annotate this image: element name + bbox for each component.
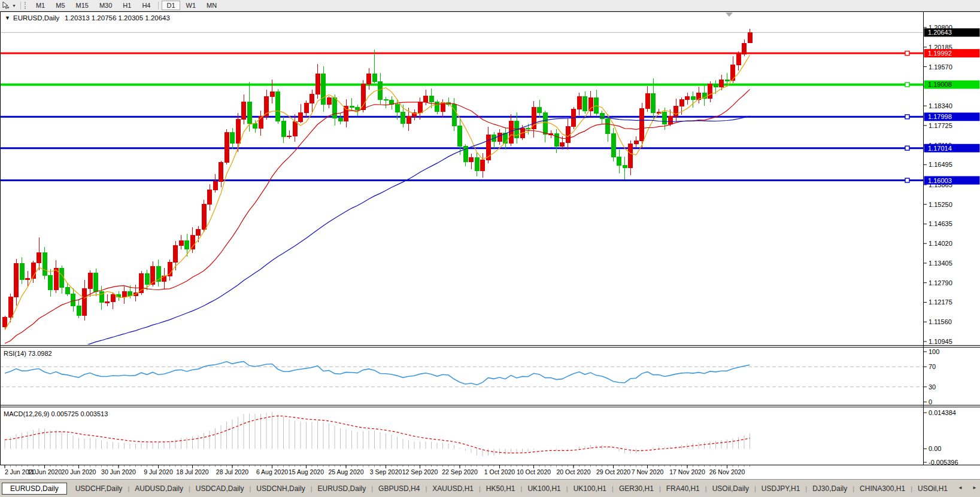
rsi-axis-label: 70 [929, 363, 936, 370]
price-tick-label: 1.14020 [929, 240, 952, 247]
candle-body [458, 126, 462, 147]
candle-body [384, 99, 388, 100]
candle-body [685, 97, 690, 100]
price-tick-label: 1.18340 [929, 102, 952, 109]
timeframes-toolbar: ▼ M1M5M15M30H1H4D1W1MN [0, 0, 980, 11]
candle-body [538, 107, 542, 112]
timeframe-button-m30[interactable]: M30 [95, 1, 117, 10]
candle-body [88, 273, 92, 289]
chart-tab-hk50-h1[interactable]: HK50,H1 [481, 483, 521, 495]
candle-body [736, 54, 741, 65]
chart-tab-usdcnh-daily[interactable]: USDCNH,Daily [251, 483, 310, 495]
candle-body [315, 74, 320, 94]
candle-body [429, 96, 433, 102]
candle-body [532, 107, 536, 129]
candle-body [475, 157, 479, 170]
chart-tab-eurusd-daily[interactable]: EURUSD,Daily [2, 483, 67, 495]
chart-tab-dj30-daily[interactable]: DJ30,Daily [807, 483, 852, 495]
candle-body [720, 80, 724, 87]
chart-tab-usdcad-daily[interactable]: USDCAD,Daily [190, 483, 250, 495]
candle-body [202, 204, 206, 229]
candle-body [679, 100, 684, 106]
candle-body [60, 269, 64, 288]
chart-tab-xauusd-h1[interactable]: XAUUSD,H1 [427, 483, 479, 495]
date-label: 30 Jun 2020 [101, 468, 136, 475]
chart-tab-usdchf-daily[interactable]: USDCHF,Daily [70, 483, 128, 495]
chart-collapse-icon[interactable]: ▼ [5, 15, 10, 21]
chart-tab-uk100-h1[interactable]: UK100,H1 [522, 483, 566, 495]
candle-body [350, 106, 354, 107]
candle-body [111, 294, 115, 301]
candle-body [708, 84, 712, 99]
chart-tab-usoil-h1[interactable]: USOil,H1 [912, 483, 953, 495]
timeframe-button-h4[interactable]: H4 [137, 1, 155, 10]
rsi-indicator-label: RSI(14) 73.0982 [4, 350, 52, 357]
current-price-label: 1.20643 [928, 29, 952, 36]
candle-body [583, 97, 587, 111]
timeframe-button-m15[interactable]: M15 [71, 1, 93, 10]
chart-tabs-bar: EURUSD,DailyUSDCHF,Daily|AUDUSD,Daily|US… [0, 479, 980, 497]
chart-tab-eurusd-daily[interactable]: EURUSD,Daily [312, 483, 372, 495]
level-handle[interactable] [905, 178, 909, 182]
date-label: 26 Nov 2020 [709, 468, 745, 475]
chart-tab-fra40-h1[interactable]: FRA40,H1 [661, 483, 705, 495]
date-label: 12 Sep 2020 [402, 468, 438, 475]
level-handle[interactable] [905, 115, 909, 119]
candle-body [338, 118, 342, 121]
candle-body [418, 102, 422, 113]
price-tick-label: 1.10945 [929, 338, 952, 345]
date-label: 7 Nov 2020 [632, 468, 664, 475]
candle-body [395, 105, 399, 112]
cursor-arrow-icon [2, 1, 10, 10]
chart-tab-ger30-h1[interactable]: GER30,H1 [614, 483, 659, 495]
macd-axis-label: 0.014384 [929, 409, 956, 416]
chart-title-ohlc: 1.20313 1.20756 1.20305 1.20643 [65, 14, 170, 22]
candle-body [196, 229, 201, 236]
timeframe-button-h1[interactable]: H1 [118, 1, 136, 10]
level-price-label: 1.17998 [928, 113, 952, 120]
date-label: 22 Sep 2020 [442, 468, 478, 475]
date-label: 6 Aug 2020 [256, 468, 288, 475]
candle-body [321, 74, 326, 105]
cursor-tool-icon[interactable] [2, 1, 10, 10]
candle-body [242, 102, 246, 120]
chart-tab-audusd-daily[interactable]: AUDUSD,Daily [129, 483, 189, 495]
candle-body [77, 306, 81, 315]
candle-body [281, 121, 286, 136]
timeframe-button-w1[interactable]: W1 [181, 1, 201, 10]
candle-body [174, 245, 178, 262]
timeframe-button-m5[interactable]: M5 [51, 1, 69, 10]
candle-body [742, 43, 747, 54]
chart-tab-usdjpy-h1[interactable]: USDJPY,H1 [756, 483, 805, 495]
candle-body [651, 93, 656, 112]
chart-tab-gbpusd-h4[interactable]: GBPUSD,H4 [373, 483, 425, 495]
chart-tab-china300-h1[interactable]: CHINA300,H1 [854, 483, 911, 495]
chart-tab-usoil-daily[interactable]: USOil,Daily [707, 483, 754, 495]
candle-body [219, 163, 223, 182]
toolbar-grip[interactable] [25, 2, 28, 9]
tabs-scroll-left-icon[interactable]: ◄ [958, 485, 963, 490]
level-handle[interactable] [905, 83, 909, 87]
level-handle[interactable] [905, 51, 909, 56]
candle-body [566, 126, 570, 143]
timeframe-button-d1[interactable]: D1 [162, 1, 180, 10]
candle-body [577, 97, 581, 109]
candle-body [179, 240, 183, 245]
candle-body [327, 98, 331, 105]
price-tick-label: 1.15250 [929, 201, 952, 208]
toolbar-separator [20, 2, 21, 10]
timeframe-button-mn[interactable]: MN [202, 1, 222, 10]
candle-body [253, 124, 257, 129]
date-label: 11 Jun 2020 [28, 468, 62, 475]
timeframe-button-m1[interactable]: M1 [31, 1, 50, 10]
price-tick-label: 1.12175 [929, 298, 952, 306]
candle-body [356, 107, 360, 110]
tabs-scroll-right-icon[interactable]: ► [972, 485, 977, 490]
candle-body [310, 94, 314, 103]
candle-body [560, 143, 565, 146]
candle-body [105, 302, 110, 303]
cursor-dropdown-icon[interactable]: ▼ [12, 4, 16, 8]
chart-tab-uk100-h1[interactable]: UK100,H1 [568, 483, 612, 495]
chart-canvas[interactable]: 1.208001.201851.195701.189551.183401.177… [0, 0, 980, 479]
level-handle[interactable] [905, 146, 909, 150]
